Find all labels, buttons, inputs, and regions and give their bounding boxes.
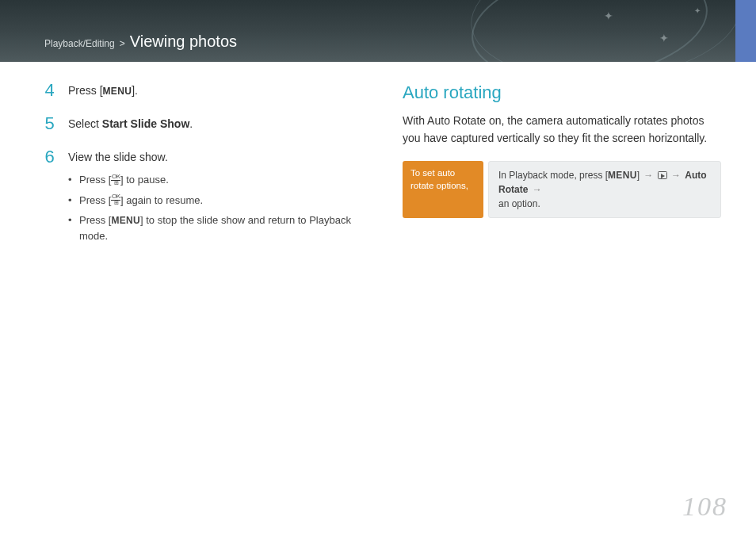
step-6: 6 View the slide show. Press [OK⊞] to pa…: [44, 149, 363, 248]
section-title: Auto rotating: [403, 82, 721, 103]
sparkle-icon: ✦: [694, 6, 701, 15]
text-part: .: [189, 117, 193, 130]
ok-button-icon: OK⊞: [111, 174, 120, 186]
menu-label: MENU: [103, 86, 132, 97]
ok-button-icon: OK⊞: [111, 193, 120, 206]
text-part: Press [: [79, 174, 111, 186]
arrow-icon: →: [531, 184, 544, 195]
step-text: Press [MENU].: [68, 82, 138, 101]
step-number: 4: [44, 82, 59, 101]
text-part: In Playback mode, press [: [498, 170, 608, 181]
text-part: Press [: [79, 214, 111, 226]
option-label: To set auto rotate options,: [403, 161, 483, 218]
bold-text: Start Slide Show: [102, 117, 189, 130]
side-tab: [735, 0, 756, 62]
breadcrumb-parent: Playback/Editing: [44, 38, 115, 49]
menu-label: MENU: [111, 215, 140, 226]
step-number: 6: [44, 149, 59, 248]
step-text: Select Start Slide Show.: [68, 116, 193, 135]
section-description: With Auto Rotate on, the camera automati…: [403, 113, 721, 147]
text-part: ].: [132, 84, 138, 97]
step-4: 4 Press [MENU].: [44, 82, 363, 101]
arrow-icon: →: [670, 170, 682, 181]
left-column: 4 Press [MENU]. 5 Select Start Slide Sho…: [44, 82, 363, 262]
text-part: Press [: [68, 84, 103, 97]
sub-step: Press [MENU] to stop the slide show and …: [68, 212, 363, 243]
text-part: View the slide show.: [68, 151, 168, 163]
breadcrumb: Playback/Editing > Viewing photos: [44, 33, 237, 51]
arrow-icon: →: [642, 170, 655, 181]
text-part: ] again to resume.: [120, 194, 203, 206]
sub-step: Press [OK⊞] again to resume.: [68, 193, 363, 209]
step-number: 5: [44, 116, 59, 135]
sub-step: Press [OK⊞] to pause.: [68, 172, 363, 188]
page-title: Viewing photos: [130, 33, 237, 51]
breadcrumb-separator: >: [120, 38, 125, 49]
option-row: To set auto rotate options, In Playback …: [403, 161, 721, 218]
sparkle-icon: ✦: [604, 10, 613, 22]
text-part: ] to pause.: [120, 174, 169, 186]
option-body: In Playback mode, press [MENU] → → Auto …: [488, 161, 721, 218]
sparkle-icon: ✦: [659, 32, 669, 44]
page-number: 108: [682, 492, 727, 522]
menu-label: MENU: [608, 170, 637, 181]
text-part: Press [: [79, 194, 111, 206]
playback-icon: [658, 171, 667, 179]
step-text: View the slide show. Press [OK⊞] to paus…: [68, 149, 363, 248]
page-header: ✦ ✦ ✦ Playback/Editing > Viewing photos: [0, 0, 756, 62]
step-5: 5 Select Start Slide Show.: [44, 116, 363, 135]
text-part: an option.: [498, 198, 540, 209]
sub-step-list: Press [OK⊞] to pause. Press [OK⊞] again …: [68, 172, 363, 243]
content-area: 4 Press [MENU]. 5 Select Start Slide Sho…: [0, 62, 756, 262]
text-part: Select: [68, 117, 102, 130]
right-column: Auto rotating With Auto Rotate on, the c…: [403, 82, 721, 262]
